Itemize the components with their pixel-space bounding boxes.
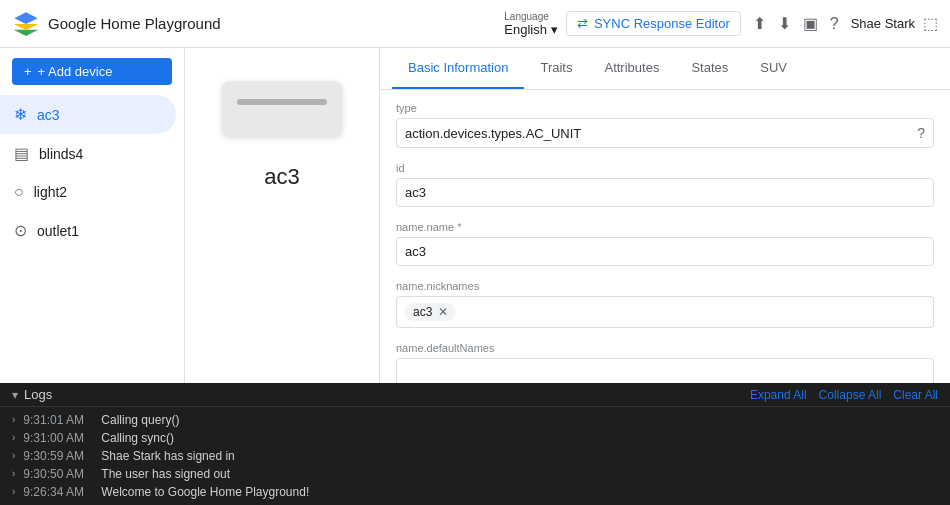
language-label: Language	[504, 11, 549, 22]
nicknames-field-group: name.nicknames ac3 ✕	[396, 280, 934, 328]
basic-info-content: type action.devices.types.AC_UNIT ? id a…	[380, 90, 950, 383]
device-info-panel: Basic Information Traits Attributes Stat…	[380, 48, 950, 383]
nickname-chip: ac3 ✕	[405, 303, 456, 321]
tab-attributes[interactable]: Attributes	[588, 48, 675, 89]
chevron-down-icon: ▾	[551, 22, 558, 37]
app-title: Google Home Playground	[48, 15, 221, 32]
log-time: 9:30:59 AM	[23, 449, 93, 463]
log-entry: › 9:26:34 AM Welcome to Google Home Play…	[12, 483, 938, 501]
type-field-value: action.devices.types.AC_UNIT ?	[396, 118, 934, 148]
google-home-logo-icon	[12, 10, 40, 38]
log-time: 9:30:50 AM	[23, 467, 93, 481]
log-time: 9:31:00 AM	[23, 431, 93, 445]
log-time: 9:31:01 AM	[23, 413, 93, 427]
nicknames-field-value[interactable]: ac3 ✕	[396, 296, 934, 328]
type-field-group: type action.devices.types.AC_UNIT ?	[396, 102, 934, 148]
id-field-group: id ac3	[396, 162, 934, 207]
logs-actions: Expand All Collapse All Clear All	[750, 388, 938, 402]
download-icon-button[interactable]: ⬇	[778, 14, 791, 33]
sidebar-item-outlet1[interactable]: ⊙ outlet1	[0, 211, 184, 250]
sidebar-item-ac3[interactable]: ❄ ac3	[0, 95, 176, 134]
device-display-name: ac3	[264, 164, 299, 190]
log-entry: › 9:30:59 AM Shae Stark has signed in	[12, 447, 938, 465]
tab-states[interactable]: States	[675, 48, 744, 89]
remove-nickname-button[interactable]: ✕	[438, 305, 448, 319]
collapse-all-button[interactable]: Collapse All	[819, 388, 882, 402]
signout-button[interactable]: ⬚	[923, 14, 938, 33]
clear-all-button[interactable]: Clear All	[893, 388, 938, 402]
sidebar-item-light2[interactable]: ○ light2	[0, 173, 184, 211]
chevron-icon: ›	[12, 414, 15, 425]
nicknames-field-label: name.nicknames	[396, 280, 934, 292]
language-dropdown[interactable]: English ▾	[504, 22, 558, 37]
language-selector[interactable]: Language English ▾	[504, 11, 558, 37]
sync-icon: ⇄	[577, 16, 588, 31]
ac-unit-image	[222, 81, 342, 136]
name-field-value[interactable]: ac3	[396, 237, 934, 266]
blinds-icon: ▤	[14, 144, 29, 163]
tab-suv[interactable]: SUV	[744, 48, 803, 89]
chevron-icon: ›	[12, 468, 15, 479]
log-entry: › 9:31:00 AM Calling sync()	[12, 429, 938, 447]
log-message: The user has signed out	[101, 467, 230, 481]
main-content: + + Add device ❄ ac3 ▤ blinds4 ○ light2 …	[0, 48, 950, 383]
user-name: Shae Stark	[851, 16, 915, 31]
export-icon-button[interactable]: ⬆	[753, 14, 766, 33]
logs-title: Logs	[24, 387, 52, 402]
log-message: Shae Stark has signed in	[101, 449, 234, 463]
app-logo: Google Home Playground	[12, 10, 221, 38]
topbar-icon-group: ⬆ ⬇ ▣ ?	[753, 14, 839, 33]
expand-all-button[interactable]: Expand All	[750, 388, 807, 402]
tabs-bar: Basic Information Traits Attributes Stat…	[380, 48, 950, 90]
type-field-label: type	[396, 102, 934, 114]
tab-traits[interactable]: Traits	[524, 48, 588, 89]
snowflake-icon: ❄	[14, 105, 27, 124]
device-image-container	[217, 68, 347, 148]
add-device-button[interactable]: + + Add device	[12, 58, 172, 85]
log-entries-list: › 9:31:01 AM Calling query() › 9:31:00 A…	[0, 407, 950, 505]
chevron-down-icon: ▾	[12, 388, 18, 402]
log-message: Welcome to Google Home Playground!	[101, 485, 309, 499]
logs-section: ▾ Logs Expand All Collapse All Clear All…	[0, 383, 950, 505]
chevron-icon: ›	[12, 486, 15, 497]
id-field-label: id	[396, 162, 934, 174]
device-visual-panel: ac3	[185, 48, 380, 383]
device-list-sidebar: + + Add device ❄ ac3 ▤ blinds4 ○ light2 …	[0, 48, 185, 383]
id-field-value: ac3	[396, 178, 934, 207]
name-field-label: name.name *	[396, 221, 934, 233]
outlet-icon: ⊙	[14, 221, 27, 240]
plus-icon: +	[24, 64, 32, 79]
logs-header[interactable]: ▾ Logs Expand All Collapse All Clear All	[0, 383, 950, 407]
help-icon-button[interactable]: ?	[830, 15, 839, 33]
default-names-field-label: name.defaultNames	[396, 342, 934, 354]
log-entry: › 9:31:01 AM Calling query()	[12, 411, 938, 429]
default-names-field-value[interactable]	[396, 358, 934, 383]
sync-response-editor-button[interactable]: ⇄ SYNC Response Editor	[566, 11, 741, 36]
log-message: Calling query()	[101, 413, 179, 427]
chevron-icon: ›	[12, 450, 15, 461]
log-time: 9:26:34 AM	[23, 485, 93, 499]
bookmarks-icon-button[interactable]: ▣	[803, 14, 818, 33]
user-info: Shae Stark	[851, 16, 915, 31]
help-circle-icon[interactable]: ?	[917, 125, 925, 141]
name-field-group: name.name * ac3	[396, 221, 934, 266]
default-names-field-group: name.defaultNames	[396, 342, 934, 383]
tab-basic-information[interactable]: Basic Information	[392, 48, 524, 89]
log-message: Calling sync()	[101, 431, 174, 445]
topbar: Google Home Playground Language English …	[0, 0, 950, 48]
sidebar-item-blinds4[interactable]: ▤ blinds4	[0, 134, 184, 173]
light-icon: ○	[14, 183, 24, 201]
log-entry: › 9:30:50 AM The user has signed out	[12, 465, 938, 483]
chevron-icon: ›	[12, 432, 15, 443]
